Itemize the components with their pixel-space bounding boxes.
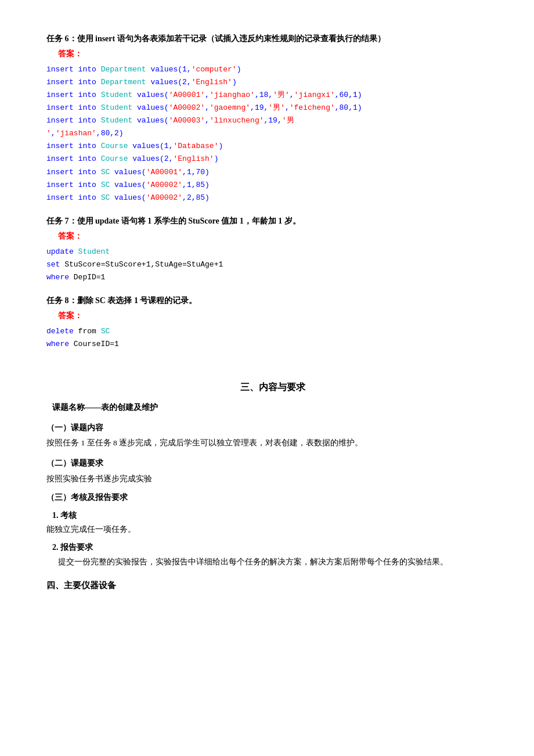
task6-section: 任务 6：使用 insert 语句为各表添加若干记录（试插入违反约束性规则的记录… [46, 33, 499, 204]
subsection1-title: （一）课题内容 [46, 422, 499, 434]
code-line: insert into Course values(1,'Database') [46, 140, 499, 153]
item1-text: 能独立完成任一项任务。 [46, 523, 499, 537]
code-line: insert into SC values('A00002',1,85) [46, 179, 499, 192]
code-line: insert into Course values(2,'English') [46, 153, 499, 165]
section3-title: 三、内容与要求 [46, 380, 499, 395]
code-line: insert into Student values('A00001','jia… [46, 89, 499, 102]
task6-code: insert into Department values(1,'compute… [46, 63, 499, 204]
code-line: where CourseID=1 [46, 338, 499, 351]
subsection3-title: （三）考核及报告要求 [46, 491, 499, 504]
task7-heading: 任务 7：使用 update 语句将 1 系学生的 StuScore 值加 1，… [46, 215, 499, 228]
task8-heading: 任务 8：删除 SC 表选择 1 号课程的记录。 [46, 294, 499, 307]
code-line: insert into SC values('A00001',1,70) [46, 166, 499, 179]
section4-title: 四、主要仪器设备 [46, 578, 499, 592]
task7-section: 任务 7：使用 update 语句将 1 系学生的 StuScore 值加 1，… [46, 215, 499, 284]
subsection2-text: 按照实验任务书逐步完成实验 [46, 473, 499, 486]
code-line: insert into Department values(1,'compute… [46, 63, 499, 76]
task7-answer-label: 答案： [58, 230, 499, 243]
task8-section: 任务 8：删除 SC 表选择 1 号课程的记录。 答案： delete from… [46, 294, 499, 351]
code-line: update Student [46, 246, 499, 258]
task8-answer-label: 答案： [58, 309, 499, 322]
item2-number: 2. 报告要求 [52, 541, 499, 554]
item1-number: 1. 考核 [52, 509, 499, 522]
task7-code: update Student set StuScore=StuScore+1,S… [46, 246, 499, 284]
code-line: delete from SC [46, 325, 499, 338]
code-line: insert into Student values('A00002','gao… [46, 102, 499, 114]
subsection1-text: 按照任务 1 至任务 8 逐步完成，完成后学生可以独立管理表，对表创建，表数据的… [46, 437, 499, 450]
task6-answer-label: 答案： [58, 48, 499, 60]
section3: 三、内容与要求 课题名称——表的创建及维护 （一）课题内容 按照任务 1 至任务… [46, 380, 499, 569]
course-name: 课题名称——表的创建及维护 [52, 401, 499, 414]
code-line: insert into SC values('A00002',2,85) [46, 192, 499, 204]
task8-code: delete from SC where CourseID=1 [46, 325, 499, 351]
code-line: insert into Student values('A00003','lin… [46, 114, 499, 127]
section4: 四、主要仪器设备 [46, 578, 499, 592]
code-line: where DepID=1 [46, 271, 499, 284]
task6-heading: 任务 6：使用 insert 语句为各表添加若干记录（试插入违反约束性规则的记录… [46, 33, 499, 45]
code-line: set StuScore=StuScore+1,StuAge=StuAge+1 [46, 258, 499, 271]
subsection2-title: （二）课题要求 [46, 457, 499, 470]
code-line: insert into Department values(2,'English… [46, 76, 499, 89]
code-line: ','jiashan',80,2) [46, 127, 499, 140]
item2-text: 提交一份完整的实验报告，实验报告中详细给出每个任务的解决方案，解决方案后附带每个… [58, 556, 499, 569]
